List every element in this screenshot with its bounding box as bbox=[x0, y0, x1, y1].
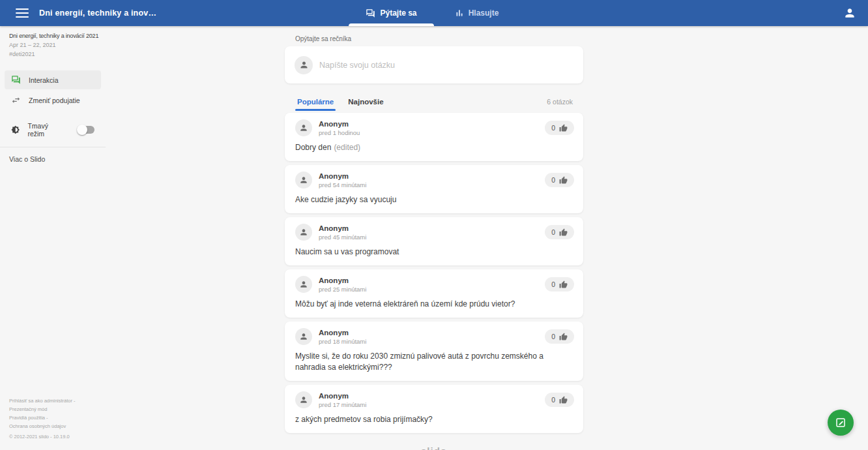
event-info: Dni energií, techniky a inovácií 2021 Ap… bbox=[0, 26, 106, 61]
question-text: Ake cudzie jazyky sa vyucuju bbox=[295, 194, 573, 205]
like-count: 0 bbox=[551, 124, 555, 132]
question-card: Anonym pred 18 minútami 0 Myslite si, že… bbox=[285, 322, 583, 381]
like-button[interactable]: 0 bbox=[545, 329, 574, 344]
dark-mode-toggle[interactable] bbox=[78, 126, 94, 134]
avatar bbox=[295, 276, 312, 293]
sidebar-footer: Prihlásiť sa ako administrátor - Prezent… bbox=[9, 397, 76, 440]
about-slido-link[interactable]: Viac o Slido bbox=[0, 147, 106, 171]
like-count: 0 bbox=[551, 280, 555, 288]
like-count: 0 bbox=[551, 228, 555, 236]
question-author: Anonym bbox=[319, 277, 366, 284]
thumbs-up-icon bbox=[559, 176, 568, 185]
thumbs-up-icon bbox=[559, 396, 568, 404]
like-count: 0 bbox=[551, 176, 555, 184]
question-author: Anonym bbox=[319, 392, 366, 400]
question-list: Anonym pred 1 hodinou 0 Dobry den(edited… bbox=[285, 113, 583, 433]
thumbs-up-icon bbox=[559, 124, 568, 132]
question-author: Anonym bbox=[319, 120, 360, 128]
like-count: 0 bbox=[551, 396, 555, 404]
person-icon bbox=[299, 332, 308, 341]
tab-ask-label: Pýtajte sa bbox=[380, 8, 416, 18]
sidebar-item-label: Interakcia bbox=[29, 76, 59, 84]
person-icon bbox=[299, 280, 308, 289]
question-card: Anonym pred 1 hodinou 0 Dobry den(edited… bbox=[285, 113, 583, 161]
copyright-text: © 2012-2021 slido - 10.19.0 bbox=[9, 434, 76, 440]
sidebar-menu: Interakcia Zmeniť podujatie bbox=[0, 70, 106, 110]
question-card: Anonym pred 17 minútami 0 z akých predme… bbox=[285, 385, 583, 433]
compose-question-fab[interactable] bbox=[828, 410, 854, 436]
privacy-link[interactable]: Ochrana osobných údajov bbox=[9, 422, 76, 430]
account-button[interactable] bbox=[843, 7, 856, 20]
edit-icon bbox=[835, 417, 846, 428]
like-button[interactable]: 0 bbox=[545, 173, 574, 187]
ask-speaker-label: Opýtajte sa rečníka bbox=[295, 35, 583, 42]
avatar bbox=[295, 56, 313, 74]
tab-newest[interactable]: Najnovšie bbox=[346, 98, 385, 111]
like-button[interactable]: 0 bbox=[545, 225, 574, 239]
qa-main-column: Opýtajte sa rečníka Populárne Najnovšie … bbox=[285, 26, 583, 437]
sidebar-item-label: Zmeniť podujatie bbox=[29, 97, 80, 104]
sidebar-item-interaction[interactable]: Interakcia bbox=[5, 70, 101, 89]
question-answer-green-icon bbox=[11, 75, 21, 85]
present-mode-link[interactable]: Prezentačný mód bbox=[9, 405, 76, 413]
tab-popular[interactable]: Populárne bbox=[295, 98, 336, 111]
edited-label: (edited) bbox=[334, 143, 360, 152]
question-author: Anonym bbox=[319, 224, 366, 232]
bar-chart-icon bbox=[455, 8, 464, 18]
question-text-row: Dobry den(edited) bbox=[295, 142, 573, 153]
question-time: pred 17 minútami bbox=[319, 401, 366, 408]
person-icon bbox=[843, 7, 856, 20]
question-text: z akých predmetov sa robia prijímačky? bbox=[295, 414, 573, 425]
tab-polls-label: Hlasujte bbox=[469, 8, 499, 18]
question-card: Anonym pred 45 minútami 0 Naucim sa u va… bbox=[285, 217, 583, 265]
swap-horizontal-icon bbox=[11, 95, 21, 105]
question-card: Anonym pred 54 minútami 0 Ake cudzie jaz… bbox=[285, 165, 583, 213]
avatar bbox=[295, 119, 312, 136]
dark-mode-row: Tmavý režim bbox=[5, 120, 101, 139]
terms-link[interactable]: Pravidlá použitia - bbox=[9, 413, 76, 422]
question-text: Myslite si, že do roku 2030 zmiznú paliv… bbox=[295, 351, 573, 373]
app-bar-event-title: Dni energií, techniky a inov… bbox=[39, 8, 156, 18]
person-icon bbox=[299, 123, 308, 132]
avatar bbox=[295, 391, 312, 408]
top-app-bar: Dni energií, techniky a inov… Pýtajte sa… bbox=[0, 0, 868, 26]
ask-question-card[interactable] bbox=[285, 46, 583, 83]
question-count: 6 otázok bbox=[547, 98, 573, 111]
slido-logo: slido bbox=[0, 445, 868, 450]
sidebar: Dni energií, techniky a inovácií 2021 Ap… bbox=[0, 26, 106, 450]
like-button[interactable]: 0 bbox=[545, 393, 574, 407]
question-time: pred 1 hodinou bbox=[319, 129, 360, 136]
question-card: Anonym pred 25 minútami 0 Môžu byť aj in… bbox=[285, 269, 583, 318]
tab-ask-questions[interactable]: Pýtajte sa bbox=[349, 0, 434, 26]
event-name: Dni energií, techniky a inovácií 2021 bbox=[9, 33, 96, 39]
event-hashtag: #deti2021 bbox=[9, 51, 96, 57]
question-time: pred 54 minútami bbox=[319, 181, 366, 188]
question-input[interactable] bbox=[319, 61, 573, 70]
question-filter-bar: Populárne Najnovšie 6 otázok bbox=[295, 94, 573, 111]
person-icon bbox=[299, 175, 308, 185]
like-button[interactable]: 0 bbox=[545, 121, 574, 135]
dark-mode-icon bbox=[11, 125, 20, 134]
question-author: Anonym bbox=[319, 172, 366, 180]
person-icon bbox=[299, 395, 308, 404]
like-button[interactable]: 0 bbox=[545, 277, 574, 292]
avatar bbox=[295, 328, 312, 345]
like-count: 0 bbox=[551, 333, 555, 340]
admin-login-link[interactable]: Prihlásiť sa ako administrátor - bbox=[9, 397, 76, 405]
thumbs-up-icon bbox=[559, 333, 568, 341]
hamburger-menu-icon[interactable] bbox=[16, 8, 29, 18]
tab-polls[interactable]: Hlasujte bbox=[434, 0, 519, 26]
sidebar-item-switch-event[interactable]: Zmeniť podujatie bbox=[5, 91, 101, 110]
avatar bbox=[295, 224, 312, 241]
avatar bbox=[295, 172, 312, 188]
question-author: Anonym bbox=[319, 329, 366, 337]
question-time: pred 18 minútami bbox=[319, 338, 366, 345]
event-dates: Apr 21 – 22, 2021 bbox=[9, 42, 96, 48]
question-text: Dobry den bbox=[295, 143, 331, 152]
question-text: Môžu byť aj inde veterná elektráreň na ú… bbox=[295, 299, 573, 310]
thumbs-up-icon bbox=[559, 280, 568, 289]
thumbs-up-icon bbox=[559, 228, 568, 237]
header-tab-bar: Pýtajte sa Hlasujte bbox=[349, 0, 519, 26]
question-text: Naucim sa u vas programovat bbox=[295, 247, 573, 258]
person-icon bbox=[299, 60, 309, 70]
